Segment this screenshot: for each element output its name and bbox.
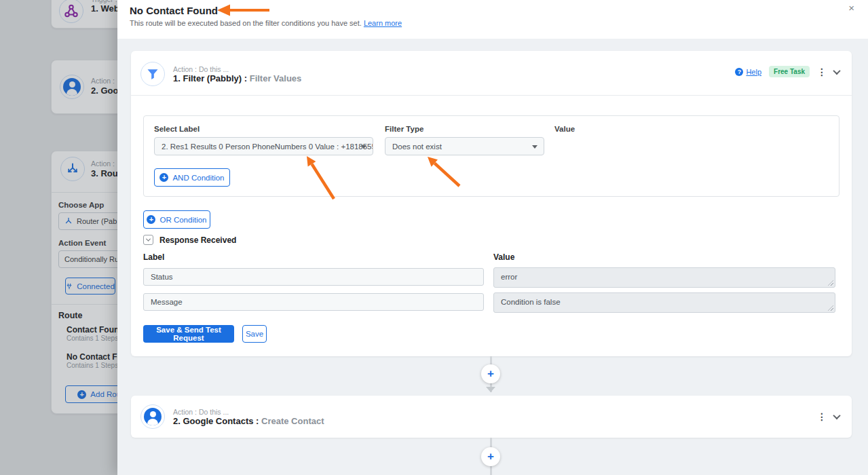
response-label-value-1: Status [151,273,173,281]
value-header: Value [554,125,575,133]
google-step-title-main: 2. Google Contacts : [173,416,259,426]
add-step-button[interactable]: + [481,364,500,383]
label-column-header: Label [143,252,164,262]
save-button[interactable]: Save [242,325,267,343]
modal-title: No Contact Found [130,5,218,16]
response-received-toggle[interactable]: Response Received [143,235,236,245]
select-label-dropdown[interactable]: 2. Res1 Results 0 Person PhoneNumbers 0 … [154,137,373,155]
chevron-down-icon[interactable] [833,412,840,419]
filter-type-header: Filter Type [385,125,423,133]
route-settings-modal: No Contact Found This route will be exec… [117,0,868,475]
select-label-header: Select Label [154,125,200,133]
response-value-text-2: Condition is false [501,298,561,306]
modal-header: No Contact Found This route will be exec… [117,0,868,39]
save-send-test-button[interactable]: Save & Send Test Request [143,325,234,343]
google-step-title-sub: Create Contact [261,416,324,426]
plus-icon: + [159,173,168,182]
filter-step-card: Action : Do this ... 1. Filter (Pabbly) … [131,51,852,356]
response-value-textarea-1[interactable]: error [493,267,835,288]
google-step-title: 2. Google Contacts : Create Contact [173,416,324,426]
divider [131,95,852,96]
select-label-value: 2. Res1 Results 0 Person PhoneNumbers 0 … [162,142,373,151]
close-icon[interactable]: × [848,2,854,14]
filter-type-value: Does not exist [392,142,442,151]
person-icon [140,404,165,429]
google-step-card: Action : Do this ... 2. Google Contacts … [131,396,852,438]
help-icon: ? [735,68,743,76]
filter-step-title-main: 1. Filter (Pabbly) : [173,73,247,83]
filter-type-dropdown[interactable]: Does not exist [385,137,544,155]
filter-funnel-icon [140,62,165,86]
modal-subtitle-text: This route will be executed based on the… [130,19,362,27]
response-label-input-2[interactable]: Message [143,293,484,311]
or-condition-label: OR Condition [159,216,206,224]
caret-down-icon [532,145,537,149]
and-condition-button[interactable]: + AND Condition [154,168,230,187]
add-step-button[interactable]: + [481,447,500,466]
free-task-badge: Free Task [769,66,810,77]
plus-icon: + [147,215,155,224]
filter-step-title: 1. Filter (Pabbly) : Filter Values [173,73,301,83]
chevron-down-icon[interactable] [833,66,840,74]
collapse-toggle-icon[interactable] [143,235,153,245]
help-label: Help [746,68,761,76]
help-link[interactable]: ? Help [735,68,761,76]
connector-arrow-icon [486,387,495,392]
response-value-textarea-2[interactable]: Condition is false [493,292,835,313]
filter-condition-box: Select Label Filter Type Value 2. Res1 R… [143,115,839,197]
learn-more-link[interactable]: Learn more [364,19,402,27]
value-column-header: Value [493,252,514,262]
response-received-label: Response Received [159,235,236,245]
or-condition-button[interactable]: + OR Condition [143,210,210,229]
and-condition-label: AND Condition [172,174,224,182]
filter-step-title-sub: Filter Values [250,73,302,83]
kebab-menu-icon[interactable]: ⋮ [817,412,827,421]
response-label-value-2: Message [151,298,183,306]
caret-down-icon [361,145,366,149]
response-label-input-1[interactable]: Status [143,268,484,286]
kebab-menu-icon[interactable]: ⋮ [817,67,827,77]
response-value-text-1: error [501,273,517,281]
google-step-meta: Action : Do this ... [173,408,229,416]
modal-subtitle: This route will be executed based on the… [130,19,402,27]
filter-step-meta: Action : Do this ... [173,65,229,73]
